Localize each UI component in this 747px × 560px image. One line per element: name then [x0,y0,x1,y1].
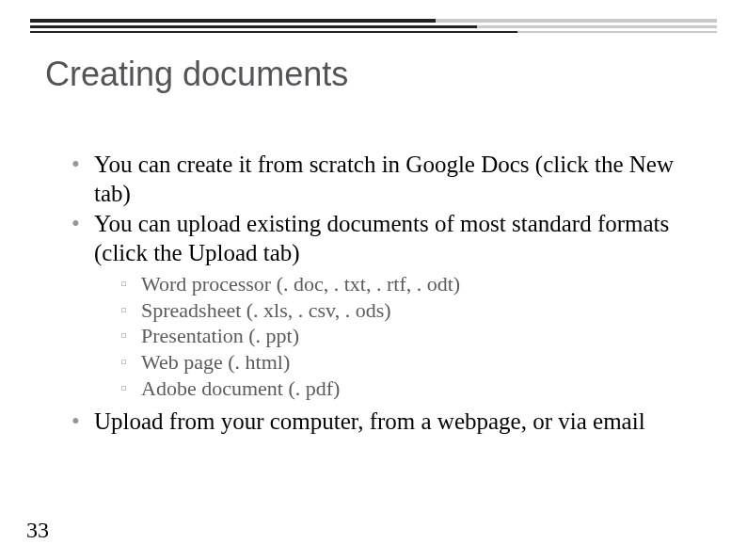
bullet-text: You can create it from scratch in Google… [94,152,674,206]
page-number: 33 [26,518,49,543]
slide-title: Creating documents [45,55,348,94]
bullet-text: You can upload existing documents of mos… [94,211,669,265]
bullet-item: You can create it from scratch in Google… [68,151,702,208]
decorative-rule [30,19,717,43]
sub-bullet-item: Web page (. html) [120,349,702,376]
slide-content: You can create it from scratch in Google… [68,151,702,436]
sub-bullet-item: Word processor (. doc, . txt, . rtf, . o… [120,271,702,297]
bullet-item: You can upload existing documents of mos… [68,210,702,402]
sub-bullet-item: Spreadsheet (. xls, . csv, . ods) [120,297,702,324]
bullet-item: Upload from your computer, from a webpag… [68,408,702,437]
sub-bullet-item: Adobe document (. pdf) [120,376,702,402]
sub-bullet-item: Presentation (. ppt) [120,323,702,349]
bullet-text: Upload from your computer, from a webpag… [94,408,645,434]
